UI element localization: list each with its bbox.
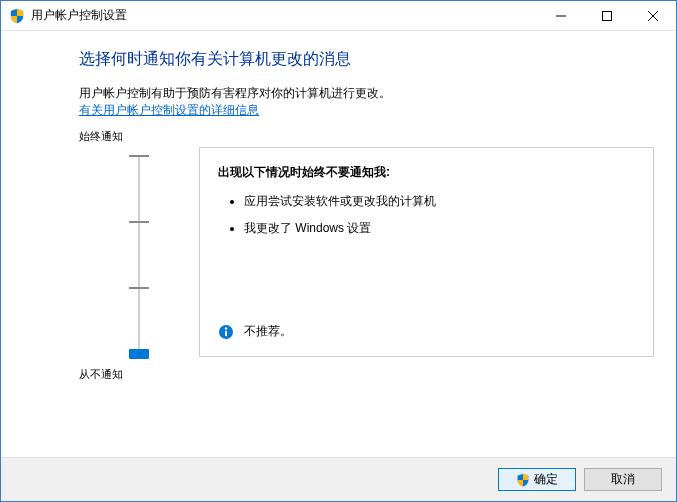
window-controls (538, 1, 676, 31)
panel-item: 我更改了 Windows 设置 (244, 220, 635, 237)
cancel-button[interactable]: 取消 (584, 468, 662, 491)
ok-button-label: 确定 (534, 471, 558, 488)
content-area: 选择何时通知你有关计算机更改的消息 用户帐户控制有助于预防有害程序对你的计算机进… (1, 31, 676, 457)
maximize-button[interactable] (584, 1, 630, 31)
slider-tick (129, 287, 149, 289)
more-info-link[interactable]: 有关用户帐户控制设置的详细信息 (79, 103, 259, 117)
recommendation-text: 不推荐。 (244, 323, 292, 340)
slider-top-label: 始终通知 (79, 129, 123, 144)
svg-rect-6 (225, 330, 227, 336)
footer-bar: 确定 取消 (1, 457, 676, 501)
minimize-button[interactable] (538, 1, 584, 31)
uac-shield-icon (9, 8, 25, 24)
body-row: 始终通知 从不通知 出现以下情况时始终不要通知我: 应用尝试安装软件或更改我的计… (79, 147, 654, 357)
svg-point-5 (225, 327, 227, 329)
slider-thumb[interactable] (129, 349, 149, 359)
panel-item-list: 应用尝试安装软件或更改我的计算机 我更改了 Windows 设置 (244, 193, 635, 237)
notification-slider[interactable] (129, 155, 149, 355)
description-text: 用户帐户控制有助于预防有害程序对你的计算机进行更改。 (79, 84, 654, 102)
close-button[interactable] (630, 1, 676, 31)
ok-button[interactable]: 确定 (498, 468, 576, 491)
page-heading: 选择何时通知你有关计算机更改的消息 (79, 49, 654, 70)
svg-rect-1 (603, 12, 612, 21)
slider-track (138, 155, 140, 355)
cancel-button-label: 取消 (611, 471, 635, 488)
title-bar: 用户帐户控制设置 (1, 1, 676, 31)
slider-bottom-label: 从不通知 (79, 367, 123, 382)
slider-tick (129, 221, 149, 223)
window-title: 用户帐户控制设置 (31, 7, 127, 24)
panel-heading: 出现以下情况时始终不要通知我: (218, 164, 635, 181)
notification-detail-panel: 出现以下情况时始终不要通知我: 应用尝试安装软件或更改我的计算机 我更改了 Wi… (199, 147, 654, 357)
shield-icon (516, 473, 530, 487)
panel-item: 应用尝试安装软件或更改我的计算机 (244, 193, 635, 210)
slider-tick (129, 155, 149, 157)
slider-column: 始终通知 从不通知 (79, 147, 199, 357)
recommendation-row: 不推荐。 (218, 323, 292, 340)
info-icon (218, 324, 234, 340)
